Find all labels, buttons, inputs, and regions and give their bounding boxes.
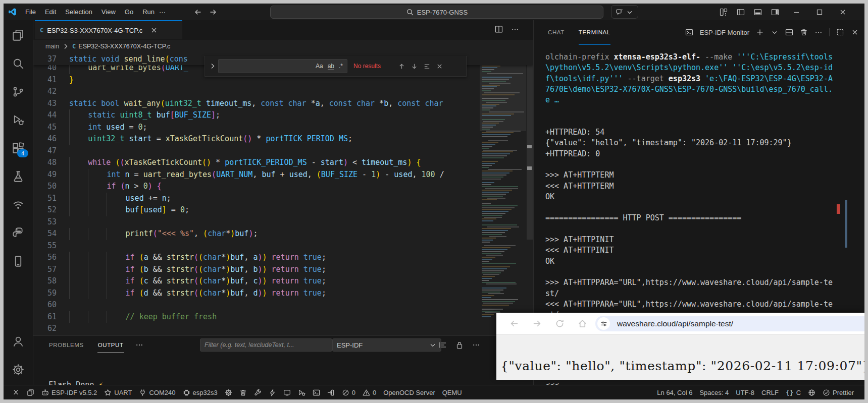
toggle-panel-icon[interactable] [754, 8, 762, 16]
match-case-toggle[interactable]: Aa [316, 63, 323, 70]
kill-terminal-icon[interactable] [800, 28, 808, 36]
menu-run[interactable]: Run [138, 6, 159, 18]
status-chip-icon[interactable]: esp32s3 [179, 387, 221, 398]
minimap[interactable] [480, 53, 526, 335]
menu-go[interactable]: Go [120, 6, 138, 18]
status-spaces-4[interactable]: Spaces: 4 [696, 387, 732, 398]
status-terminal-icon[interactable] [309, 387, 324, 398]
editor-scrollbar[interactable] [526, 53, 533, 335]
split-editor-icon[interactable] [495, 25, 503, 33]
wireless-icon[interactable] [4, 194, 33, 216]
status-openocd-server[interactable]: OpenOCD Server [380, 387, 439, 398]
testing-flask-icon[interactable] [4, 165, 33, 188]
monitor-icon [283, 389, 291, 396]
tab-esp32-file[interactable]: C ESP32-S3-XXX7670X-4G-TCP.c [35, 20, 182, 39]
more-panel-tabs-icon[interactable] [135, 341, 143, 349]
output-channel-select[interactable]: ESP-IDF [332, 338, 441, 352]
terminal-instance-label[interactable]: ESP-IDF Monitor [700, 29, 749, 36]
tab-chat[interactable]: CHAT [548, 20, 565, 45]
status-plug-icon[interactable]: COM240 [135, 387, 179, 398]
find-next-icon[interactable] [411, 63, 418, 70]
toggle-secondary-sidebar-icon[interactable] [771, 8, 779, 16]
status-debug-icon[interactable] [294, 387, 309, 398]
close-window-icon[interactable] [839, 8, 847, 16]
tab-problems[interactable]: PROBLEMS [48, 337, 84, 353]
device-icon[interactable] [4, 250, 33, 272]
new-terminal-icon[interactable] [756, 28, 764, 36]
status-star-icon[interactable]: UART [100, 387, 135, 398]
status-preview-icon[interactable] [324, 387, 338, 398]
status-trash-icon[interactable] [236, 387, 250, 398]
code-editor[interactable]: 40uart_write_bytes(UART_41}4243static bo… [33, 53, 533, 335]
settings-gear-icon[interactable] [4, 359, 33, 381]
search-icon[interactable] [4, 52, 33, 75]
find-previous-icon[interactable] [398, 63, 405, 70]
status-utf-8[interactable]: UTF-8 [732, 387, 758, 398]
breadcrumb-folder[interactable]: main [45, 43, 59, 50]
find-collapse-icon[interactable] [209, 62, 217, 70]
panel-more-actions-icon[interactable] [814, 28, 823, 36]
status-wrench-icon[interactable] [250, 387, 265, 398]
breadcrumb-file[interactable]: ESP32-S3-XXX7670X-4G-TCP.c [78, 43, 170, 50]
split-terminal-icon[interactable] [785, 28, 793, 36]
menu-file[interactable]: File [21, 6, 40, 18]
browser-reload-icon[interactable] [555, 319, 565, 328]
maximize-icon[interactable] [815, 8, 824, 16]
find-close-icon[interactable] [436, 63, 443, 70]
maximize-panel-icon[interactable] [836, 28, 844, 36]
status-bolt-icon[interactable] [265, 387, 280, 398]
menu-more[interactable]: ··· [159, 8, 166, 16]
close-panel-icon[interactable] [851, 28, 859, 36]
output-autoscroll-icon[interactable] [439, 341, 447, 349]
python-icon[interactable] [4, 222, 33, 244]
browser-address-bar[interactable]: waveshare.cloud/api/sample-test/ [595, 316, 864, 331]
browser-url[interactable]: waveshare.cloud/api/sample-test/ [617, 319, 733, 328]
command-center-search[interactable]: ESP-7670-GNSS [270, 6, 603, 19]
menu-view[interactable]: View [97, 6, 120, 18]
status-ln-64-col-6[interactable]: Ln 64, Col 6 [653, 387, 696, 398]
status-pages-icon[interactable] [23, 387, 38, 398]
browser-forward-icon[interactable] [532, 319, 542, 328]
minimize-icon[interactable] [792, 8, 800, 16]
status-check-circle-icon[interactable]: Prettier [819, 387, 857, 398]
copilot-button[interactable] [611, 5, 638, 19]
source-control-icon[interactable] [4, 81, 33, 103]
status-warning-icon[interactable]: 0 [359, 387, 380, 398]
status-error-icon[interactable]: 0 [338, 387, 359, 398]
toggle-sidebar-icon[interactable] [737, 8, 745, 16]
status-globe-icon[interactable] [804, 387, 819, 398]
explorer-icon[interactable] [4, 24, 33, 46]
terminal-output[interactable]: olchain-prefix xtensa-esp32s3-elf- --mak… [545, 52, 858, 320]
terminal-dropdown-icon[interactable] [771, 28, 779, 36]
tab-close-icon[interactable] [150, 26, 158, 34]
nav-back-icon[interactable] [194, 8, 202, 16]
whole-word-toggle[interactable]: ab [328, 63, 334, 70]
editor-more-actions-icon[interactable] [511, 25, 519, 33]
menu-edit[interactable]: Edit [40, 6, 61, 18]
output-filter-input[interactable]: Filter (e.g. text, !excludeText, t... [200, 338, 332, 352]
status-gear-icon[interactable] [221, 387, 236, 398]
account-icon[interactable] [4, 330, 33, 353]
status-idf-robot-icon[interactable]: ESP-IDF v5.5.2 [38, 387, 100, 398]
extensions-icon[interactable]: 4 [4, 137, 33, 159]
status-crlf[interactable]: CRLF [758, 387, 782, 398]
browser-back-icon[interactable] [509, 319, 519, 328]
output-more-actions-icon[interactable] [472, 341, 480, 349]
regex-toggle[interactable]: .* [339, 63, 343, 70]
site-info-icon[interactable] [597, 317, 610, 330]
menu-selection[interactable]: Selection [61, 6, 96, 18]
status-qemu[interactable]: QEMU [439, 387, 466, 398]
status-monitor-icon[interactable] [280, 387, 294, 398]
tab-terminal[interactable]: TERMINAL [579, 20, 610, 45]
nav-forward-icon[interactable] [209, 8, 217, 16]
customize-layout-icon[interactable] [720, 8, 728, 16]
lock-icon[interactable] [455, 341, 464, 349]
status-braces-icon[interactable]: {}C [782, 387, 804, 398]
find-in-selection-icon[interactable] [423, 63, 431, 70]
run-debug-icon[interactable] [4, 109, 33, 131]
breadcrumb[interactable]: main C ESP32-S3-XXX7670X-4G-TCP.c [33, 40, 533, 53]
tab-output[interactable]: OUTPUT [97, 337, 124, 353]
browser-home-icon[interactable] [578, 319, 587, 328]
status-remote-icon[interactable] [9, 387, 23, 398]
find-input[interactable]: Aa ab .* [218, 59, 347, 73]
